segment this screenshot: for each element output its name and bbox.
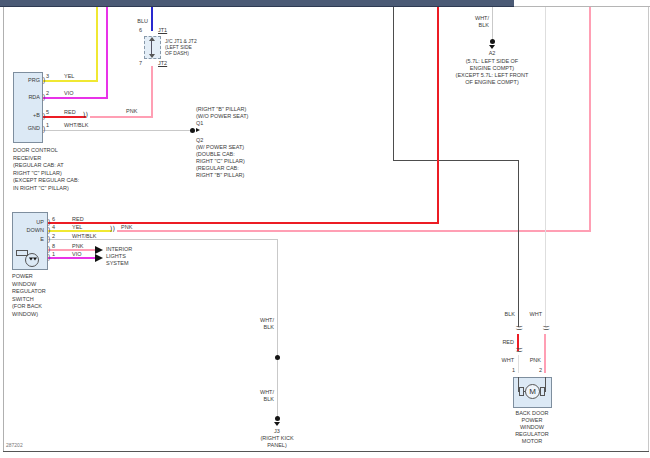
frame-left	[3, 7, 4, 451]
ground-q1-arrow-icon	[196, 128, 200, 132]
wire-blk-horizontal	[393, 160, 519, 161]
wire-wht-vertical-motor	[545, 7, 546, 327]
jt2-pin-number: 7	[139, 60, 142, 67]
switch-pin-bracket-1: )	[48, 254, 50, 261]
ground-a2-arrow-icon	[489, 45, 495, 49]
switch-pin-num-8: 8	[52, 243, 55, 250]
wire-whtblk-a2-vertical	[492, 7, 493, 41]
wire-label-yel-down: YEL	[72, 224, 82, 231]
frame-right	[648, 7, 649, 451]
j3-name: J3	[267, 428, 287, 435]
wiring-diagram-page: BLU 6 JT1 J/C JT1 & JT2(LEFT SIDEOF DASH…	[0, 0, 650, 458]
connector-yel-pnk: ))	[109, 226, 114, 233]
receiver-pin-num-5: 5	[46, 109, 49, 116]
wire-label-red-up: RED	[72, 216, 84, 223]
ground-q-below-text: Q2(W/ POWER SEAT)(DOUBLE CAB:RIGHT "C" P…	[196, 137, 245, 179]
connector-wht-pnk: ))	[542, 325, 549, 335]
ground-q1-icon	[190, 128, 195, 133]
receiver-pin-name-gnd: GND	[14, 125, 40, 131]
ground-q-above-text: (RIGHT "B" PILLAR)(W/O POWER SEAT)Q1	[196, 106, 248, 127]
wire-pnk-b-horizontal	[90, 116, 153, 118]
receiver-pin-name-b: +B	[14, 112, 40, 118]
motor-stub-right	[545, 377, 546, 392]
wire-label-pnk-motor: PNK	[522, 357, 541, 364]
wire-label-red: RED	[64, 109, 76, 116]
blu-wire-label: BLU	[128, 18, 148, 25]
splice-dot-icon	[275, 355, 280, 360]
wire-label-red-motor: RED	[495, 339, 514, 346]
receiver-pin-bracket-2: )	[43, 94, 45, 101]
kick-wire-label-upper: WHT/BLK	[254, 317, 274, 331]
wire-whtblk-gnd-horizontal	[43, 130, 191, 131]
wire-label-vio-illum: VIO	[72, 251, 81, 258]
j3-arrow-icon	[274, 422, 280, 426]
frame-bottom-rule	[3, 451, 649, 452]
wire-wht-motor-segment	[518, 355, 519, 373]
receiver-pin-num-3: 3	[46, 73, 49, 80]
switch-pin-bracket-8: )	[48, 246, 50, 253]
wire-yel-prg-horizontal	[43, 80, 98, 82]
receiver-pin-bracket-1: )	[43, 126, 45, 133]
receiver-pin-name-prg: PRG	[14, 77, 40, 83]
switch-pin-num-1: 1	[52, 251, 55, 258]
wire-pnk-down-horizontal	[117, 230, 591, 232]
wire-label-vio: VIO	[64, 90, 73, 97]
jc-arrow-down-icon	[149, 54, 155, 58]
header-bar-gap	[514, 0, 650, 7]
wire-vio-rda-horizontal	[43, 97, 108, 99]
jt1-pin-name: JT1	[158, 27, 167, 34]
receiver-pin-num-2: 2	[46, 90, 49, 97]
motor-brush-left-icon	[519, 387, 524, 396]
motor-pin-num-2: 2	[539, 367, 542, 374]
connector-red-wht: ))	[515, 347, 522, 357]
wire-pnk-jt2-vertical	[151, 66, 153, 118]
jt1-pin-number: 6	[139, 27, 142, 34]
kick-wire-label-lower: WHT/BLK	[254, 389, 274, 403]
connector-red-pnk: ))	[82, 112, 87, 119]
receiver-caption: DOOR CONTROLRECEIVER(REGULAR CAB: ATRIGH…	[13, 147, 79, 192]
motor-caption: BACK DOORPOWERWINDOWREGULATORMOTOR	[501, 410, 563, 445]
wire-red-up-horizontal	[48, 222, 438, 224]
wire-label-wht-top-motor: WHT	[523, 311, 542, 318]
switch-pin-bracket-2: )	[48, 236, 50, 243]
receiver-pin-bracket-5: )	[43, 113, 45, 120]
receiver-pin-bracket-3: )	[43, 77, 45, 84]
wire-label-pnk-down: PNK	[121, 224, 132, 231]
wire-label-whtblk-gnd: WHT/BLK	[64, 122, 88, 129]
header-bar	[0, 0, 514, 7]
wire-label-pnk-illum: PNK	[72, 243, 83, 250]
wire-pnk-motor-segment	[544, 334, 546, 373]
wire-whtblk-kick-vertical	[277, 239, 278, 420]
switch-lamp-arrow2-icon	[33, 258, 37, 261]
wire-blk-vertical-motor	[518, 160, 519, 327]
wire-label-blk-motor: BLK	[496, 311, 515, 318]
switch-pin-bracket-4: )	[48, 227, 50, 234]
ground-a2-caption: (5.7L: LEFT SIDE OFENGINE COMPT)(EXCEPT …	[432, 58, 552, 86]
connector-blk-red: ))	[515, 325, 522, 335]
wire-blk-vertical-top	[393, 7, 394, 161]
j3-caption: (RIGHT KICKPANEL)	[247, 435, 307, 449]
diagram-code: 287202	[6, 442, 23, 449]
a2-wire-label: WHT/BLK	[469, 15, 489, 29]
switch-pin-name-down: DOWN	[13, 227, 44, 233]
wire-red-b-horizontal	[43, 116, 86, 118]
receiver-pin-name-rda: RDA	[14, 94, 40, 100]
motor-symbol-icon: M	[525, 384, 540, 399]
jc-arrow-up-icon	[149, 37, 155, 41]
j3-connector-icon	[275, 416, 280, 421]
switch-pin-name-e: E	[13, 236, 44, 242]
switch-pin-bracket-6: )	[48, 219, 50, 226]
ground-a2-icon	[490, 39, 495, 44]
motor-pin-num-1: 1	[512, 367, 515, 374]
switch-caption: POWERWINDOWREGULATORSWITCH(FOR BACKWINDO…	[12, 273, 46, 318]
switch-pin-num-2: 2	[52, 233, 55, 240]
wire-label-whtblk-e: WHT/BLK	[72, 233, 96, 240]
ground-a2-name: A2	[482, 50, 502, 57]
wire-red-vertical	[437, 7, 439, 224]
interior-lights-arrow-icon	[95, 246, 103, 254]
wire-label-yel: YEL	[64, 73, 74, 80]
receiver-pin-num-1: 1	[46, 122, 49, 129]
motor-brush-right-icon	[540, 387, 545, 396]
wire-yel-vertical	[96, 7, 98, 82]
wire-vio-vertical	[106, 7, 108, 99]
